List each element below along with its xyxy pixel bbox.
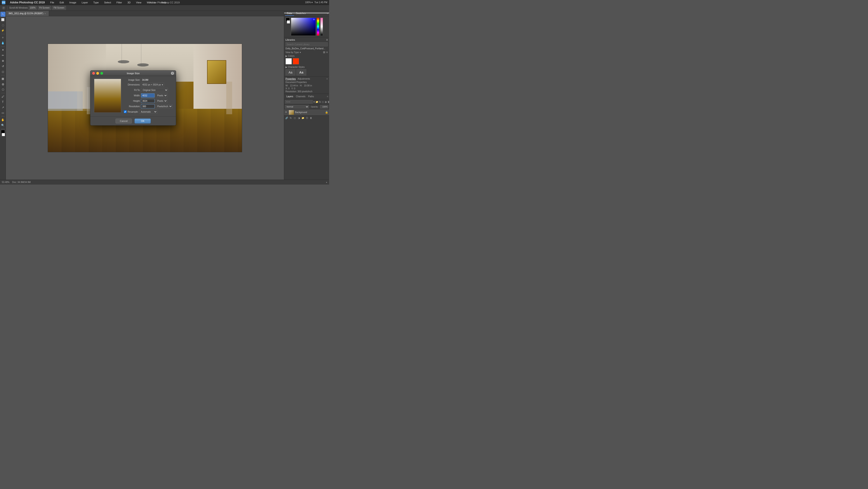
dialog-maximize-button[interactable] [100,72,103,75]
height-input[interactable] [141,99,155,103]
layers-panel-menu[interactable]: ≡ [327,95,328,98]
fill-screen-button[interactable]: Fill Screen [52,6,66,10]
dimensions-dropdown[interactable]: 4032 px × 3024 px ▾ [141,83,164,87]
history-brush[interactable]: ↺ [0,64,5,69]
clone-tool[interactable]: ⊕ [0,58,5,63]
blend-mode-select[interactable]: Normal [285,105,309,109]
color-swatch-white[interactable] [285,58,292,64]
resample-method-select[interactable]: Automatic [139,110,157,114]
menu-view[interactable]: View [135,1,143,4]
path-select-tool[interactable]: ↗ [0,105,5,110]
lamp-shade-1 [118,60,129,63]
color-gradient-picker[interactable] [291,18,316,36]
adjustment-icon[interactable]: ◑ [324,100,327,104]
color-tab[interactable]: Color [285,11,294,16]
zoom-tool[interactable]: 🔍 [0,123,5,128]
background-color[interactable] [287,20,290,24]
library-grid-icon[interactable]: ⊞ [323,51,325,54]
fit-screen-button[interactable]: Fit Screen [38,6,51,10]
filter-icon[interactable]: ▾ [313,100,315,104]
move-tool[interactable]: ↖ [0,12,5,17]
pen-tool[interactable]: 🖊 [0,94,5,99]
resolution-input[interactable] [141,104,155,108]
adjustments-tab[interactable]: Adjustments [298,78,310,80]
properties-tab[interactable]: Properties [285,78,296,80]
new-fill-icon[interactable]: ◑ [297,116,301,120]
layer-fx-icon[interactable]: fx [289,116,292,120]
background-layer-row[interactable]: 👁 Background 🔒 [284,109,329,116]
document-tab[interactable]: IMG_1811.dng @ 53.5% (RGB/8*) ✕ [6,11,49,16]
swatches-tab[interactable]: Swatches [294,11,307,16]
fit-to-select[interactable]: Original Size [141,88,168,92]
eraser-tool[interactable]: ◻ [0,69,5,74]
blur-tool[interactable]: ◍ [0,82,5,87]
library-list-icon[interactable]: ≡ [326,51,328,54]
library-view-by-type[interactable]: View by Type ▾ ⊞ ≡ [285,51,328,54]
layer-mask-icon[interactable]: ◻ [293,116,296,120]
library-search-input[interactable] [285,42,328,46]
saturation-slider[interactable] [320,18,323,36]
document-tab-close[interactable]: ✕ [44,12,46,15]
dialog-close-button[interactable] [92,72,95,75]
quick-select-tool[interactable]: ⚡ [0,28,5,33]
zoom-input[interactable] [29,6,37,10]
menu-file[interactable]: File [49,1,55,4]
channels-tab[interactable]: Channels [294,94,307,98]
width-unit-select[interactable]: Pixels [156,93,167,97]
menu-select[interactable]: Select [103,1,112,4]
mask-icon[interactable]: ◻ [322,100,324,104]
dodge-tool[interactable]: ⬡ [0,87,5,92]
menu-edit[interactable]: Edit [59,1,65,4]
char-style-1[interactable]: Aa [285,69,296,76]
menu-image[interactable]: Image [68,1,77,4]
resample-checkbox[interactable] [124,110,127,113]
lasso-tool[interactable]: ◌ [0,23,5,28]
menu-type[interactable]: Type [92,1,100,4]
hand-tool[interactable]: ✋ [0,117,5,122]
gradient-tool[interactable]: ▦ [0,76,5,81]
layer-style-icon[interactable]: fx [319,100,321,104]
layer-link-icon[interactable]: 🔗 [285,116,288,120]
layer-visibility-eye[interactable]: 👁 [285,111,288,114]
width-input[interactable] [141,93,155,97]
tool-sep-2 [1,46,5,47]
tools-panel: ↖ ⬜ ◌ ⚡ ⌗ 💧 ✦ ✏ ⊕ ↺ ◻ ▦ ◍ ⬡ 🖊 T ↗ ▭ ✋ 🔍 [0,11,6,180]
delete-layer-icon[interactable]: 🗑 [328,100,329,104]
new-group-icon[interactable]: 📁 [315,100,318,104]
cancel-button[interactable]: Cancel [116,118,132,123]
new-group-btn[interactable]: 📁 [301,116,305,120]
dialog-info-icon[interactable]: i [171,72,174,75]
new-layer-icon[interactable]: ➕ [305,116,309,120]
resolution-unit-select[interactable]: Pixels/Inch [156,104,173,108]
ok-button[interactable]: OK [134,118,151,123]
hue-slider[interactable] [317,18,319,36]
delete-layer-btn[interactable]: 🗑 [309,116,313,120]
libraries-menu[interactable]: ≡ [326,38,328,41]
paths-tab[interactable]: Paths [307,94,315,98]
resolution-row: Resolution: Pixels/Inch [124,104,173,108]
menu-photoshop[interactable]: Adobe Photoshop CC 2019 [9,0,46,4]
layers-kind-filter[interactable] [285,100,313,104]
window-title: Adobe Photoshop CC 2019 [149,1,180,4]
crop-tool[interactable]: ⌗ [0,35,5,40]
menu-filter[interactable]: Filter [116,1,123,4]
height-unit-select[interactable]: Pixels [156,99,167,103]
char-style-2[interactable]: Aa [296,69,306,76]
shape-tool[interactable]: ▭ [0,110,5,115]
background-color-swatch[interactable] [2,133,5,136]
color-swatch-red[interactable] [293,58,299,64]
marquee-tool[interactable]: ⬜ [0,17,5,22]
spot-heal-tool[interactable]: ✦ [0,48,5,53]
layers-toolbar: ▾ 📁 fx ◻ ◑ 🗑 [284,99,329,105]
opacity-input[interactable] [320,105,328,109]
menu-3d[interactable]: 3D [127,1,131,4]
menu-layer[interactable]: Layer [81,1,89,4]
view-by-type-label: View by Type [285,51,299,54]
layers-tab[interactable]: Layers [285,94,294,98]
dialog-minimize-button[interactable] [96,72,99,75]
eyedropper-tool[interactable]: 💧 [0,40,5,46]
brush-tool[interactable]: ✏ [0,53,5,58]
dialog-preview [94,79,121,113]
properties-panel-close[interactable]: ≡ [327,78,328,80]
text-tool[interactable]: T [0,99,5,105]
